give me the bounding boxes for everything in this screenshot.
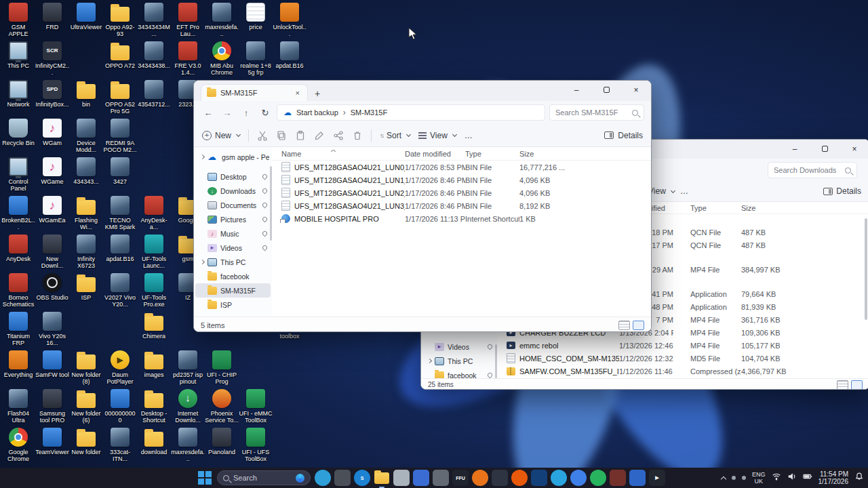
desktop-icon-oppo-a72[interactable]: OPPO A72 bbox=[103, 41, 137, 69]
desktop-icon-apdat-b16[interactable]: apdat.B16 bbox=[273, 41, 307, 69]
desktop-icon-wgamea[interactable]: WGamEa bbox=[35, 196, 69, 224]
desktop-icon-images[interactable]: images bbox=[137, 350, 171, 378]
taskbar-icon-app-light[interactable] bbox=[393, 470, 410, 486]
minimize-button[interactable]: – bbox=[780, 140, 810, 159]
column-size[interactable]: Size bbox=[741, 204, 806, 212]
desktop-icon-tecno-km8-spark-go-2[interactable]: TECNO KM8 Spark Go 2... bbox=[103, 196, 137, 230]
desktop-icon-device-modd[interactable]: Device Modd... bbox=[69, 119, 103, 153]
file-row[interactable]: UFS_MT128GASAO4U21_LUN0_00000000_...1/17… bbox=[272, 161, 651, 174]
maximize-button[interactable] bbox=[591, 81, 621, 101]
new-button[interactable]: +New bbox=[202, 131, 240, 140]
copy-icon[interactable] bbox=[276, 130, 287, 141]
column-date-modified[interactable]: Date modified bbox=[405, 150, 465, 158]
taskbar-icon-whatsapp[interactable] bbox=[590, 470, 606, 486]
file-row[interactable]: MOBILE HOSPITAL PRO1/17/2026 11:13 PMInt… bbox=[272, 212, 651, 225]
desktop-icon-34343434m[interactable]: 34343434M... bbox=[137, 3, 171, 37]
desktop-icon-infinitycm2[interactable]: InfinityCM2... bbox=[35, 41, 69, 76]
sidebar-item-this-pc[interactable]: This PC bbox=[195, 255, 271, 269]
forward-button[interactable]: → bbox=[220, 108, 235, 118]
sidebar-item-desktop[interactable]: Desktop bbox=[195, 169, 271, 184]
column-type[interactable]: Type bbox=[465, 150, 519, 158]
sidebar-item-this-pc[interactable]: This PC bbox=[422, 354, 496, 368]
tray-app-icon[interactable] bbox=[742, 476, 746, 480]
desktop-icon-redmi-9a-poco-m2[interactable]: REDMI 9A POCO M2... bbox=[103, 119, 137, 153]
desktop-icon-new-folder[interactable]: New folder bbox=[69, 428, 103, 455]
desktop-icon-desktop-shortcut[interactable]: Desktop - Shortcut bbox=[137, 389, 171, 424]
taskbar-icon-media-player[interactable]: ▶ bbox=[649, 470, 665, 486]
file-row[interactable]: emmc rebol1/13/2026 12:46 PMMP4 File105,… bbox=[497, 339, 868, 352]
details-button[interactable]: Details bbox=[604, 131, 643, 140]
desktop-icon-eft-pro-lau[interactable]: EFT Pro Lau... bbox=[171, 3, 205, 37]
taskbar-icon-skype[interactable]: S bbox=[354, 470, 370, 486]
more-button[interactable]: … bbox=[465, 131, 473, 140]
file-list-scrollbar[interactable] bbox=[865, 218, 867, 320]
sidebar-item-videos[interactable]: Videos bbox=[195, 241, 271, 255]
tab-close-icon[interactable]: × bbox=[294, 89, 302, 97]
view-button[interactable]: View bbox=[418, 131, 456, 140]
column-name[interactable]: Name bbox=[272, 150, 405, 158]
desktop-icon-flashing-wi[interactable]: Flashing Wi... bbox=[69, 196, 103, 230]
taskbar-icon-file-explorer[interactable] bbox=[374, 470, 390, 486]
sidebar-item-facebook[interactable]: facebook bbox=[422, 368, 496, 378]
desktop-icon-bin[interactable]: bin bbox=[69, 80, 103, 108]
desktop-icon-uf-tools-launc[interactable]: UF-Tools Launc... bbox=[137, 235, 171, 269]
desktop-icon-everything[interactable]: Everything bbox=[1, 350, 35, 378]
taskbar-icon-vlc[interactable] bbox=[472, 470, 488, 486]
desktop-icon-333cat-itn[interactable]: 333cat-ITN... bbox=[103, 428, 137, 462]
breadcrumb-root[interactable]: Start backup bbox=[296, 108, 338, 117]
file-row[interactable]: UFS_MT128GASAO4U21_LUN3_00000000_...1/17… bbox=[272, 199, 651, 212]
details-button[interactable]: Details bbox=[823, 186, 861, 196]
sidebar-item-downloads[interactable]: Downloads bbox=[195, 184, 271, 198]
taskbar-icon-app-maroon[interactable] bbox=[610, 470, 626, 486]
desktop-icon-samfw-tool[interactable]: SamFW tool bbox=[35, 350, 69, 378]
desktop-icon-wgame[interactable]: WGame bbox=[35, 157, 69, 185]
file-row[interactable]: HOME_CSC_ODM_SM-M135FUODM5CWL1_...1/12/2… bbox=[497, 352, 868, 365]
breadcrumb-current[interactable]: SM-M315F bbox=[351, 108, 387, 117]
desktop-icon-v2027-vivo-y20[interactable]: V2027 Vivo Y20... bbox=[103, 273, 137, 308]
downloads-search-input[interactable]: Search Downloads bbox=[768, 162, 857, 178]
desktop-icon-download[interactable]: download bbox=[137, 428, 171, 455]
desktop-icon-oppo-a52-pro-5g[interactable]: OPPO A52 Pro 5G bbox=[103, 80, 137, 115]
sidebar-item-documents[interactable]: Documents bbox=[195, 198, 271, 212]
desktop-icon-0000000000[interactable]: 0000000000 bbox=[103, 389, 137, 424]
desktop-icon-phoenix-service-to[interactable]: Phoenix Service To... bbox=[205, 389, 239, 424]
desktop-icon-obs-studio[interactable]: OBS Studio bbox=[35, 273, 69, 301]
taskbar-search[interactable]: Search bbox=[217, 470, 311, 485]
taskbar-icon-ffu-tool[interactable]: FFU bbox=[452, 470, 469, 486]
taskbar-icon-app-navy[interactable] bbox=[531, 470, 547, 486]
taskbar-icon-firefox[interactable] bbox=[511, 470, 528, 486]
close-button[interactable]: × bbox=[840, 140, 868, 159]
desktop-icon-samsung-tool-pro[interactable]: Samsung tool PRO bbox=[35, 389, 69, 424]
sm-m315f-titlebar[interactable]: SM-M315F × + – × bbox=[194, 81, 651, 101]
sort-button[interactable]: ↑↓Sort bbox=[380, 131, 410, 140]
desktop-icon-anydesk-a[interactable]: AnyDesk-a... bbox=[137, 196, 171, 230]
desktop-icon-infinity-x6723-sma[interactable]: Infinity X6723 Sma... bbox=[69, 235, 103, 269]
desktop-icon-43543712[interactable]: 43543712... bbox=[137, 80, 171, 108]
desktop-icon-titanium-frp[interactable]: Titanium FRP bbox=[1, 312, 35, 346]
desktop-icon-ultraviewer[interactable]: UltraViewer bbox=[69, 3, 103, 30]
sidebar-item-music[interactable]: Music bbox=[195, 226, 271, 241]
more-button[interactable]: … bbox=[680, 186, 688, 196]
desktop-icon-anydesk[interactable]: AnyDesk bbox=[1, 235, 35, 262]
desktop-icon-network[interactable]: Network bbox=[1, 80, 35, 108]
share-icon[interactable] bbox=[333, 130, 344, 141]
desktop-icon-mib-abu-chrome[interactable]: MIB Abu Chrome bbox=[205, 41, 239, 76]
desktop-icon-fre-v3-0-1-4[interactable]: FRE V3.0 1.4... bbox=[171, 41, 205, 76]
desktop-icon-gsm-apple[interactable]: GSM APPLE bbox=[1, 3, 35, 37]
sidebar-item-isp[interactable]: ISP bbox=[195, 298, 271, 312]
desktop-icon-new-folder-6[interactable]: New folder (6) bbox=[69, 389, 103, 424]
back-button[interactable]: ← bbox=[201, 108, 216, 118]
new-tab-button[interactable]: + bbox=[308, 88, 327, 101]
desktop-icon-oppo-a92-93-cph2127-fl[interactable]: Oppo A92-93 CPH2127 Fl... bbox=[103, 3, 137, 37]
desktop-icon-34343438[interactable]: 34343438... bbox=[137, 41, 171, 69]
large-icons-view-toggle[interactable] bbox=[633, 321, 644, 330]
sidebar-item-facebook[interactable]: facebook bbox=[195, 269, 271, 283]
details-view-toggle[interactable] bbox=[837, 380, 848, 390]
desktop-icon-pianoland[interactable]: Pianoland bbox=[205, 428, 239, 455]
desktop-icon-flash04-ultra[interactable]: Flash04 Ultra bbox=[1, 389, 35, 424]
tray-app-icon[interactable] bbox=[732, 476, 736, 480]
taskbar-icon-telegram[interactable] bbox=[551, 470, 567, 486]
start-button[interactable] bbox=[197, 470, 213, 486]
desktop-icon-brokenb2l[interactable]: BrokenB2L... bbox=[1, 196, 35, 230]
desktop-icon-google-chrome[interactable]: Google Chrome bbox=[1, 428, 35, 462]
